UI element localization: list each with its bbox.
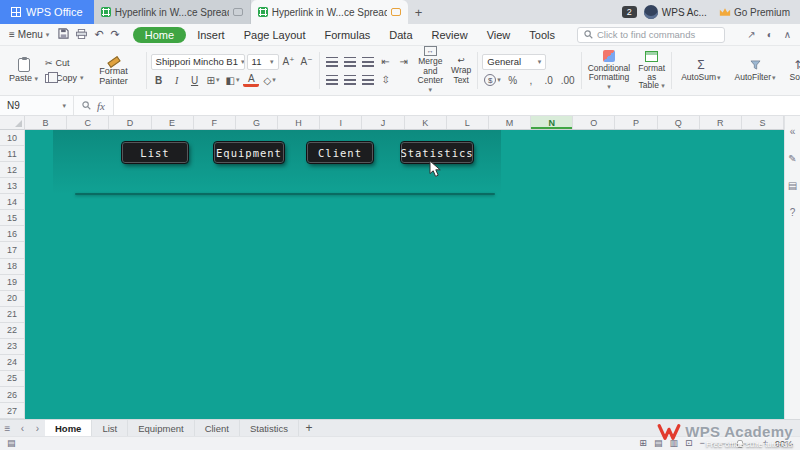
column-header[interactable]: O [573, 116, 615, 129]
sheet-tab[interactable]: Equipment [128, 420, 194, 436]
sheet-tab[interactable]: Home [45, 420, 92, 436]
align-bottom-button[interactable] [360, 54, 376, 69]
redo-icon[interactable]: ↷ [111, 29, 120, 40]
fill-color-button[interactable]: ◧▾ [223, 73, 241, 88]
ribbon-tab[interactable]: Page Layout [236, 27, 314, 43]
sort-button[interactable]: ⇅ Sort▾ [785, 48, 800, 93]
row-header[interactable]: 20 [0, 291, 24, 307]
select-all-corner[interactable] [0, 116, 25, 130]
zoom-level[interactable]: 90% [775, 439, 793, 449]
zoom-in-button[interactable]: + [763, 439, 768, 448]
font-size-select[interactable]: 11▾ [247, 54, 279, 70]
align-middle-button[interactable] [342, 54, 358, 69]
font-color-button[interactable]: A [243, 74, 259, 87]
bold-button[interactable]: B [151, 73, 167, 88]
formula-input[interactable] [114, 96, 800, 115]
ribbon-tab[interactable]: Review [424, 27, 476, 43]
row-header[interactable]: 11 [0, 146, 24, 162]
orientation-button[interactable]: ⇳ [378, 72, 394, 87]
autosum-button[interactable]: Σ AutoSum▾ [676, 48, 725, 93]
expand-sidebar-icon[interactable]: « [790, 126, 796, 137]
format-painter-button[interactable]: Format Painter [86, 48, 142, 93]
column-header[interactable]: J [362, 116, 404, 129]
notification-badge[interactable]: 2 [622, 6, 637, 18]
row-header[interactable]: 27 [0, 403, 24, 419]
row-header[interactable]: 12 [0, 162, 24, 178]
save-icon[interactable] [58, 28, 69, 41]
go-premium-button[interactable]: Go Premium [734, 7, 790, 18]
ribbon-tab[interactable]: View [479, 27, 519, 43]
increase-font-size-button[interactable]: A⁺ [281, 54, 297, 69]
menu-button[interactable]: ≡ Menu ▾ [6, 29, 52, 40]
share-icon[interactable]: ↗ [747, 29, 755, 40]
panel-icon[interactable]: ▤ [788, 180, 797, 191]
font-name-select[interactable]: Shippori Mincho B1▾ [151, 54, 245, 70]
account-name[interactable]: WPS Ac... [662, 7, 707, 18]
undo-icon[interactable]: ↶ [94, 29, 103, 40]
account-avatar[interactable] [644, 5, 658, 19]
column-header[interactable]: B [25, 116, 67, 129]
column-header[interactable]: D [109, 116, 151, 129]
page-layout-view-icon[interactable]: ▤ [654, 439, 663, 448]
number-format-select[interactable]: General▾ [482, 54, 546, 70]
row-header[interactable]: 18 [0, 259, 24, 275]
column-header[interactable]: R [700, 116, 742, 129]
column-header[interactable]: F [194, 116, 236, 129]
row-header[interactable]: 22 [0, 323, 24, 339]
status-selection-icon[interactable]: ▤ [7, 439, 16, 448]
sheet-nav-button[interactable]: Client [307, 142, 373, 163]
column-header[interactable]: G [236, 116, 278, 129]
theme-icon[interactable]: ◐ [767, 29, 773, 40]
zoom-slider[interactable] [712, 443, 756, 445]
column-header[interactable]: L [447, 116, 489, 129]
copy-button[interactable]: Copy▾ [45, 72, 84, 85]
magnifier-icon[interactable] [82, 101, 91, 110]
increase-indent-button[interactable]: ⇥ [396, 54, 412, 69]
conditional-formatting-button[interactable]: Conditional Formatting ▾ [586, 48, 633, 93]
align-top-button[interactable] [324, 54, 340, 69]
align-center-button[interactable] [342, 72, 358, 87]
row-header[interactable]: 16 [0, 226, 24, 242]
sheet-list-button[interactable]: ≡ [0, 420, 15, 436]
row-header[interactable]: 10 [0, 130, 24, 146]
column-header[interactable]: K [405, 116, 447, 129]
zoom-out-button[interactable]: − [699, 439, 704, 448]
row-header[interactable]: 25 [0, 371, 24, 387]
cut-button[interactable]: ✂Cut [45, 57, 84, 70]
new-document-tab-button[interactable]: + [408, 0, 430, 24]
help-icon[interactable]: ? [790, 207, 796, 218]
format-as-table-button[interactable]: Format as Table ▾ [636, 48, 667, 93]
underline-button[interactable]: U [187, 73, 203, 88]
column-header[interactable]: E [152, 116, 194, 129]
sheet-nav-button[interactable]: Equipment [214, 142, 284, 163]
sheet-tab[interactable]: List [92, 420, 128, 436]
column-header[interactable]: S [742, 116, 784, 129]
column-header[interactable]: N [531, 116, 573, 129]
decrease-font-size-button[interactable]: A⁻ [299, 54, 315, 69]
sheet-tab[interactable]: Statistics [240, 420, 299, 436]
collapse-ribbon-icon[interactable]: ∧ [784, 29, 791, 40]
document-tab[interactable]: Hyperlink in W...ce Spreadsheet [251, 0, 408, 24]
column-header[interactable]: C [67, 116, 109, 129]
row-header[interactable]: 14 [0, 194, 24, 210]
fullscreen-icon[interactable]: ⊡ [685, 439, 693, 448]
cell-shading-button[interactable]: ◇▾ [261, 73, 277, 88]
command-search-box[interactable]: Click to find commands [577, 27, 725, 43]
insert-function-button[interactable]: fx [97, 100, 105, 112]
currency-format-button[interactable]: $▾ [482, 73, 503, 88]
borders-button[interactable]: ⊞▾ [205, 73, 222, 88]
document-tab[interactable]: Hyperlink in W...ce Spreadsheet [94, 0, 251, 24]
align-right-button[interactable] [360, 72, 376, 87]
row-header[interactable]: 15 [0, 210, 24, 226]
column-header[interactable]: M [489, 116, 531, 129]
sheet-nav-button[interactable]: List [122, 142, 188, 163]
percent-format-button[interactable]: % [505, 73, 521, 88]
page-break-preview-icon[interactable]: ▥ [669, 439, 678, 448]
row-header[interactable]: 24 [0, 355, 24, 371]
column-header[interactable]: P [615, 116, 657, 129]
row-header[interactable]: 17 [0, 242, 24, 258]
row-header[interactable]: 21 [0, 307, 24, 323]
sheet-canvas[interactable]: ListEquipmentClientStatistics [25, 130, 784, 419]
increase-decimal-button[interactable]: .0 [541, 73, 557, 88]
ribbon-tab[interactable]: Home [133, 27, 186, 43]
